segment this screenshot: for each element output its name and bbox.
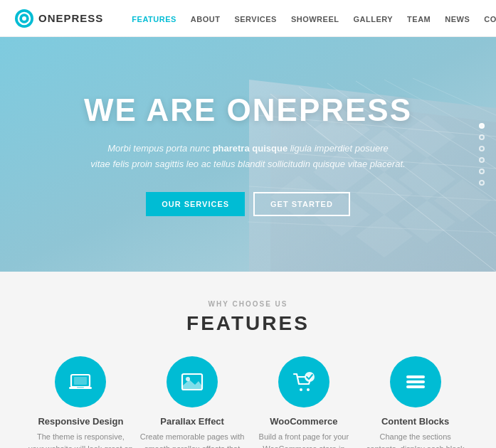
hero-content: WE ARE ONEPRESS Morbi tempus porta nunc … (41, 92, 455, 216)
svg-rect-30 (77, 387, 84, 388)
svg-point-35 (307, 388, 310, 391)
features-title: FEATURES (21, 312, 475, 335)
svg-rect-38 (406, 380, 425, 383)
nav-item-features[interactable]: FEATURES (125, 12, 183, 25)
nav-item-contact[interactable]: CONTACT (477, 12, 496, 25)
parallax-icon-circle (167, 356, 218, 407)
feature-content-blocks-title: Content Blocks (363, 416, 468, 427)
image-icon (179, 369, 205, 395)
content-blocks-icon-circle (390, 356, 441, 407)
scroll-dot-2[interactable] (479, 134, 485, 140)
scroll-dot-1[interactable] (479, 123, 485, 129)
hero-buttons: OUR SERVICES GET STARTED (84, 192, 412, 216)
scroll-dot-5[interactable] (479, 169, 485, 174)
svg-rect-37 (406, 375, 425, 378)
nav-item-news[interactable]: NEWS (438, 12, 477, 25)
features-subtitle: WHY CHOOSE US (21, 300, 475, 308)
feature-woocommerce-desc: Build a front page for your WooCommerce … (252, 431, 357, 448)
feature-responsive: Responsive Design The theme is responsiv… (28, 356, 133, 448)
feature-content-blocks: Content Blocks Change the sections conte… (363, 356, 468, 448)
brand[interactable]: ONEPRESS (14, 9, 103, 28)
svg-rect-39 (406, 385, 425, 388)
nav-item-services[interactable]: SERVICES (227, 12, 283, 25)
svg-marker-33 (182, 380, 202, 390)
svg-rect-28 (74, 377, 87, 385)
feature-responsive-desc: The theme is responsive, your website wi… (28, 431, 133, 448)
hero-subtitle: Morbi tempus porta nunc pharetra quisque… (84, 141, 412, 172)
nav-item-team[interactable]: TEAM (400, 12, 438, 25)
hero-title: WE ARE ONEPRESS (84, 92, 412, 128)
features-grid: Responsive Design The theme is responsiv… (21, 356, 475, 448)
blocks-icon (403, 369, 428, 395)
scroll-dot-6[interactable] (479, 180, 485, 186)
feature-content-blocks-desc: Change the sections contents, display ea… (363, 431, 468, 448)
features-section: WHY CHOOSE US FEATURES Responsive Design… (0, 272, 496, 448)
hero-subtitle-bold: pharetra quisque (213, 143, 287, 154)
nav-item-showreel[interactable]: SHOWREEL (284, 12, 347, 25)
svg-point-34 (300, 388, 302, 391)
nav-item-about[interactable]: ABOUT (184, 12, 228, 25)
svg-point-2 (22, 16, 26, 21)
feature-woocommerce-title: WooCommerce (252, 416, 357, 427)
feature-woocommerce: WooCommerce Build a front page for your … (252, 356, 357, 448)
hero-subtitle-pre: Morbi tempus porta nunc (107, 143, 212, 154)
laptop-icon (68, 369, 93, 395)
get-started-button[interactable]: GET STARTED (253, 192, 350, 216)
cart-icon (291, 369, 317, 395)
feature-parallax-title: Parallax Effect (140, 416, 245, 427)
feature-responsive-title: Responsive Design (28, 416, 133, 427)
brand-name: ONEPRESS (38, 12, 103, 24)
scroll-dots (479, 123, 485, 186)
nav-item-gallery[interactable]: GALLERY (346, 12, 400, 25)
scroll-dot-4[interactable] (479, 157, 485, 163)
scroll-dot-3[interactable] (479, 146, 485, 151)
navbar: ONEPRESS FEATURES ABOUT SERVICES SHOWREE… (0, 0, 496, 37)
nav-menu: FEATURES ABOUT SERVICES SHOWREEL GALLERY… (125, 12, 496, 25)
woocommerce-icon-circle (278, 356, 329, 407)
hero-section: WE ARE ONEPRESS Morbi tempus porta nunc … (0, 37, 496, 272)
our-services-button[interactable]: OUR SERVICES (146, 192, 245, 216)
brand-logo-icon (14, 9, 34, 28)
responsive-icon-circle (55, 356, 106, 407)
feature-parallax-desc: Create memorable pages with smooth paral… (140, 431, 245, 448)
feature-parallax: Parallax Effect Create memorable pages w… (140, 356, 245, 448)
